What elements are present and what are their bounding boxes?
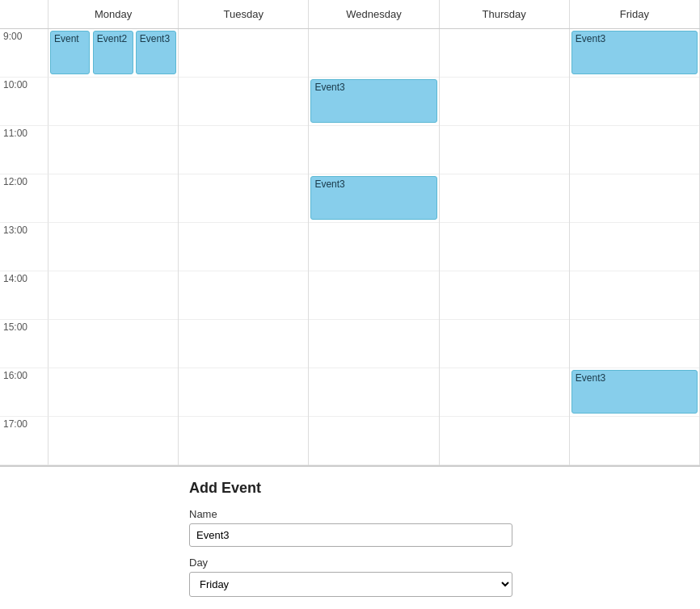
calendar-body: 9:00 10:00 11:00 12:00 13:00 14:00 15:00… <box>0 29 700 466</box>
time-slot-1000: 10:00 <box>0 78 48 126</box>
calendar-container: Monday Tuesday Wednesday Thursday Friday… <box>0 0 700 609</box>
add-event-form: Add Event Name Day Monday Tuesday Wednes… <box>0 466 700 609</box>
name-input[interactable] <box>189 523 512 547</box>
time-slot-1100: 11:00 <box>0 126 48 174</box>
event-friday-event3-9[interactable]: Event3 <box>571 31 698 74</box>
time-slot-1400: 14:00 <box>0 271 48 320</box>
name-label: Name <box>189 508 681 520</box>
day-col-friday: Event3 Event3 <box>570 29 700 465</box>
time-slot-1500: 15:00 <box>0 320 48 368</box>
header-tuesday: Tuesday <box>179 0 309 28</box>
day-select[interactable]: Monday Tuesday Wednesday Thursday Friday <box>189 572 512 597</box>
name-group: Name <box>189 508 681 547</box>
time-slot-1600: 16:00 <box>0 368 48 417</box>
event-monday-event2[interactable]: Event2 <box>93 31 133 74</box>
time-slot-900: 9:00 <box>0 29 48 78</box>
event-monday-event3[interactable]: Event3 <box>136 31 176 74</box>
event-wednesday-event3-12[interactable]: Event3 <box>310 176 436 220</box>
day-col-monday: Event Event2 Event3 <box>48 29 179 465</box>
header-thursday: Thursday <box>440 0 570 28</box>
day-col-tuesday <box>179 29 309 465</box>
header-time <box>0 0 48 28</box>
event-friday-event3-16[interactable]: Event3 <box>571 370 698 414</box>
day-group: Day Monday Tuesday Wednesday Thursday Fr… <box>189 556 681 597</box>
time-column: 9:00 10:00 11:00 12:00 13:00 14:00 15:00… <box>0 29 48 465</box>
day-label: Day <box>189 556 681 569</box>
time-slot-1200: 12:00 <box>0 174 48 223</box>
time-slot-1300: 13:00 <box>0 223 48 271</box>
header-monday: Monday <box>48 0 179 28</box>
day-col-wednesday: Event3 Event3 <box>309 29 439 465</box>
header-wednesday: Wednesday <box>309 0 439 28</box>
header-friday: Friday <box>570 0 700 28</box>
day-col-thursday <box>440 29 570 465</box>
time-slot-1700: 17:00 <box>0 417 48 465</box>
calendar-header: Monday Tuesday Wednesday Thursday Friday <box>0 0 700 29</box>
event-wednesday-event3-10[interactable]: Event3 <box>310 79 436 123</box>
event-monday-event1[interactable]: Event <box>50 31 90 74</box>
add-event-title: Add Event <box>189 480 681 497</box>
